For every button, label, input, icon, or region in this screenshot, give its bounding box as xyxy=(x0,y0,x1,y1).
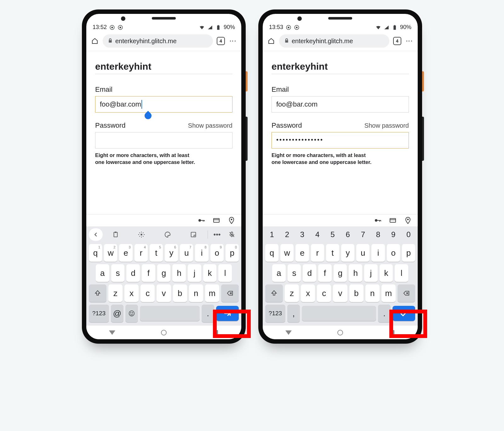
key-i[interactable]: i xyxy=(371,244,385,262)
key-u[interactable]: u xyxy=(356,244,369,262)
emoji-key[interactable] xyxy=(125,305,138,322)
key-9[interactable]: 9 xyxy=(387,228,400,242)
tab-count[interactable]: 4 xyxy=(217,37,225,45)
key-4[interactable]: 4 xyxy=(311,228,324,242)
palette-icon[interactable] xyxy=(155,228,180,241)
key-t[interactable]: t xyxy=(326,244,339,262)
key-r[interactable]: r xyxy=(135,244,148,262)
nav-home[interactable] xyxy=(337,329,344,336)
nav-recent[interactable] xyxy=(388,329,395,336)
key-p[interactable]: p xyxy=(226,244,239,262)
dot-key[interactable]: . xyxy=(378,305,391,322)
key-k[interactable]: k xyxy=(380,264,393,282)
key-3[interactable]: 3 xyxy=(295,228,309,242)
key-2[interactable]: 2 xyxy=(280,228,294,242)
card-icon[interactable] xyxy=(212,216,220,224)
key-h[interactable]: h xyxy=(349,264,362,282)
at-key[interactable]: @ xyxy=(111,305,123,322)
key-i[interactable]: i xyxy=(195,244,208,262)
gear-icon[interactable] xyxy=(129,228,154,241)
shift-key[interactable] xyxy=(265,284,283,302)
show-password-toggle[interactable]: Show password xyxy=(188,122,232,129)
key-0[interactable]: 0 xyxy=(402,228,415,242)
more-icon[interactable]: ⋮ xyxy=(229,37,237,45)
clipboard-icon[interactable] xyxy=(103,228,129,241)
enter-key-done[interactable] xyxy=(392,306,415,321)
key-n[interactable]: n xyxy=(365,284,380,302)
key-h[interactable]: h xyxy=(172,264,186,282)
more-icon[interactable]: ••• xyxy=(209,228,225,241)
key-g[interactable]: g xyxy=(157,264,171,282)
key-z[interactable]: z xyxy=(108,284,123,302)
key-v[interactable]: v xyxy=(333,284,347,302)
selection-handle[interactable] xyxy=(143,111,153,120)
key-a[interactable]: a xyxy=(272,264,286,282)
url-bar[interactable]: enterkeyhint.glitch.me xyxy=(279,34,389,48)
dot-key[interactable]: . xyxy=(202,305,214,322)
sticker-icon[interactable] xyxy=(180,228,206,241)
password-input[interactable]: ••••••••••••••• xyxy=(272,132,409,149)
key-c[interactable]: c xyxy=(317,284,331,302)
key-r[interactable]: r xyxy=(311,244,324,262)
location-icon[interactable] xyxy=(404,216,412,224)
nav-back[interactable] xyxy=(109,329,116,336)
key-d[interactable]: d xyxy=(303,264,316,282)
shift-key[interactable] xyxy=(89,284,106,302)
home-icon[interactable] xyxy=(267,37,275,45)
location-icon[interactable] xyxy=(227,216,236,224)
key-n[interactable]: n xyxy=(189,284,203,302)
key-c[interactable]: c xyxy=(140,284,155,302)
key-y[interactable]: y xyxy=(341,244,354,262)
enter-key-next[interactable] xyxy=(216,306,239,321)
backspace-key[interactable] xyxy=(221,284,239,302)
key-j[interactable]: j xyxy=(364,264,378,282)
key-8[interactable]: 8 xyxy=(371,228,385,242)
key-f[interactable]: f xyxy=(318,264,332,282)
key-q[interactable]: q xyxy=(265,244,278,262)
key-o[interactable]: o xyxy=(210,244,224,262)
key-t[interactable]: t xyxy=(150,244,163,262)
key-p[interactable]: p xyxy=(402,244,415,262)
key-u[interactable]: u xyxy=(180,244,193,262)
key-s[interactable]: s xyxy=(111,264,125,282)
key-z[interactable]: z xyxy=(285,284,299,302)
key-o[interactable]: o xyxy=(387,244,400,262)
tab-count[interactable]: 4 xyxy=(393,37,401,45)
key-l[interactable]: l xyxy=(218,264,232,282)
nav-home[interactable] xyxy=(160,329,167,336)
key-icon[interactable] xyxy=(374,216,382,224)
more-icon[interactable]: ⋮ xyxy=(405,37,413,45)
key-f[interactable]: f xyxy=(142,264,155,282)
show-password-toggle[interactable]: Show password xyxy=(364,122,409,129)
nav-recent[interactable] xyxy=(212,329,219,336)
key-5[interactable]: 5 xyxy=(326,228,339,242)
nav-back[interactable] xyxy=(285,329,292,336)
key-x[interactable]: x xyxy=(301,284,315,302)
key-x[interactable]: x xyxy=(124,284,139,302)
key-d[interactable]: d xyxy=(126,264,140,282)
email-input[interactable]: foo@bar.com xyxy=(272,96,409,113)
key-y[interactable]: y xyxy=(165,244,178,262)
key-7[interactable]: 7 xyxy=(356,228,369,242)
key-icon[interactable] xyxy=(197,216,205,224)
key-m[interactable]: m xyxy=(381,284,396,302)
space-key[interactable] xyxy=(302,306,376,321)
key-m[interactable]: m xyxy=(205,284,219,302)
key-a[interactable]: a xyxy=(96,264,109,282)
space-key[interactable] xyxy=(140,306,200,321)
password-input[interactable] xyxy=(95,132,232,149)
key-1[interactable]: 1 xyxy=(265,228,278,242)
key-b[interactable]: b xyxy=(349,284,364,302)
email-input[interactable]: foo@bar.com xyxy=(95,96,232,113)
key-q[interactable]: q xyxy=(89,244,102,262)
key-s[interactable]: s xyxy=(288,264,301,282)
home-icon[interactable] xyxy=(91,37,99,45)
key-e[interactable]: e xyxy=(295,244,309,262)
key-g[interactable]: g xyxy=(334,264,347,282)
key-k[interactable]: k xyxy=(203,264,217,282)
key-6[interactable]: 6 xyxy=(341,228,354,242)
kbd-back-icon[interactable] xyxy=(89,228,103,241)
comma-key[interactable]: , xyxy=(287,305,300,322)
mic-off-icon[interactable] xyxy=(225,228,239,241)
key-l[interactable]: l xyxy=(395,264,408,282)
